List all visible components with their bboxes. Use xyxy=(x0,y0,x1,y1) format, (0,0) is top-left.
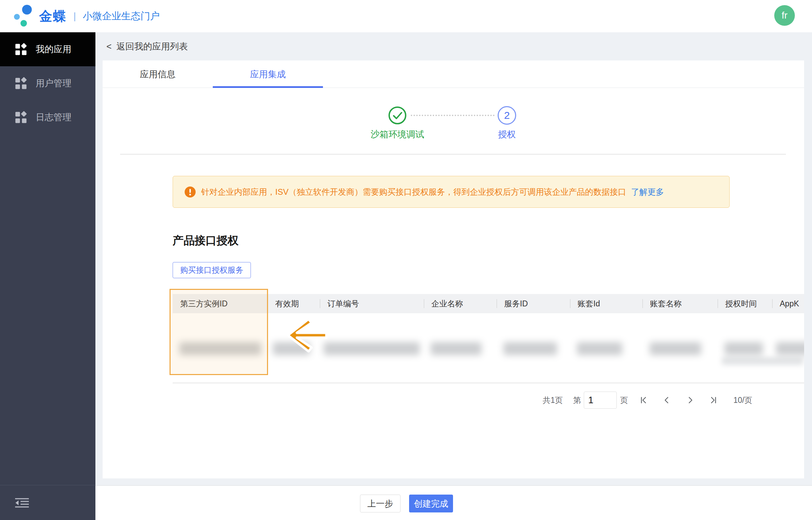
section-divider xyxy=(120,154,786,155)
main-content: < 返回我的应用列表 应用信息 应用集成 沙箱环境调试 2 授权 xyxy=(95,32,812,520)
prev-page-icon[interactable] xyxy=(662,396,671,405)
page-prefix-label: 第 xyxy=(573,395,581,406)
app-header: 金蝶 | 小微企业生态门户 fr xyxy=(0,0,812,32)
col-auth-time: 授权时间 xyxy=(718,294,772,313)
sidebar: 我的应用 用户管理 日志管理 xyxy=(0,32,95,520)
col-appkey: AppK xyxy=(772,294,804,313)
tab-bar: 应用信息 应用集成 xyxy=(103,60,804,88)
redacted-cell xyxy=(722,357,803,365)
redacted-cell xyxy=(503,342,557,355)
per-page-label: 10/页 xyxy=(733,395,752,406)
col-company-name: 企业名称 xyxy=(424,294,497,313)
logo[interactable]: 金蝶 | 小微企业生态门户 xyxy=(12,2,160,30)
back-link-label: 返回我的应用列表 xyxy=(116,41,188,53)
page-suffix-label: 页 xyxy=(620,395,628,406)
notice-text: 针对企业内部应用，ISV（独立软件开发商）需要购买接口授权服务，得到企业授权后方… xyxy=(201,186,626,197)
buy-authorization-button[interactable]: 购买接口授权服务 xyxy=(173,262,251,278)
last-page-icon[interactable] xyxy=(709,396,718,405)
apps-icon xyxy=(14,77,27,90)
redacted-cell xyxy=(577,342,622,355)
redacted-cell xyxy=(431,342,482,355)
sidebar-item-log-management[interactable]: 日志管理 xyxy=(0,100,95,134)
highlighted-column-box xyxy=(170,289,268,375)
next-page-icon[interactable] xyxy=(686,396,695,405)
page-number-input[interactable] xyxy=(584,392,617,409)
footer-action-bar: 上一步 创建完成 xyxy=(95,485,812,520)
sidebar-item-label: 日志管理 xyxy=(36,111,71,123)
redacted-cell xyxy=(776,342,804,355)
portal-title: 小微企业生态门户 xyxy=(83,10,160,23)
col-validity-period: 有效期 xyxy=(268,294,320,313)
step1-label: 沙箱环境调试 xyxy=(363,128,432,140)
apps-icon xyxy=(14,43,27,56)
back-link[interactable]: < 返回我的应用列表 xyxy=(95,32,188,60)
sidebar-item-label: 用户管理 xyxy=(36,77,71,89)
total-pages-label: 共1页 xyxy=(543,395,563,406)
brand-separator: | xyxy=(73,11,76,22)
tab-app-integration[interactable]: 应用集成 xyxy=(213,60,323,88)
sidebar-item-my-apps[interactable]: 我的应用 xyxy=(0,32,95,66)
left-arrow-annotation-icon xyxy=(285,316,329,352)
col-account-set-name: 账套名称 xyxy=(642,294,718,313)
back-chevron-icon: < xyxy=(106,41,112,52)
redacted-cell xyxy=(724,342,763,355)
step1-check-icon xyxy=(388,106,407,125)
learn-more-link[interactable]: 了解更多 xyxy=(631,186,664,197)
isv-notice-banner: 针对企业内部应用，ISV（独立软件开发商）需要购买接口授权服务，得到企业授权后方… xyxy=(173,176,730,208)
exclamation-icon xyxy=(185,186,196,197)
page-title: 产品接口授权 xyxy=(173,233,239,248)
user-avatar[interactable]: fr xyxy=(774,5,795,26)
col-service-id: 服务ID xyxy=(497,294,570,313)
pagination: 共1页 第 页 xyxy=(543,391,752,409)
redacted-cell xyxy=(324,342,420,355)
col-account-set-id: 账套Id xyxy=(570,294,642,313)
col-order-number: 订单编号 xyxy=(320,294,424,313)
create-complete-button[interactable]: 创建完成 xyxy=(409,495,453,512)
content-panel: 应用信息 应用集成 沙箱环境调试 2 授权 针对企业内部应用，ISV（独 xyxy=(103,60,804,478)
step2-label: 授权 xyxy=(473,128,541,140)
sidebar-item-user-management[interactable]: 用户管理 xyxy=(0,66,95,100)
sidebar-item-label: 我的应用 xyxy=(36,43,71,55)
previous-step-button[interactable]: 上一步 xyxy=(360,495,401,512)
collapse-sidebar-icon xyxy=(14,498,30,508)
sidebar-collapse-button[interactable] xyxy=(0,485,95,520)
brand-name: 金蝶 xyxy=(39,8,67,25)
tab-app-info[interactable]: 应用信息 xyxy=(103,60,213,88)
first-page-icon[interactable] xyxy=(639,396,648,405)
redacted-cell xyxy=(650,342,701,355)
kingdee-dots-icon xyxy=(12,2,36,30)
stepper-connector xyxy=(411,115,495,116)
apps-icon xyxy=(14,111,27,124)
step2-circle: 2 xyxy=(498,106,516,125)
